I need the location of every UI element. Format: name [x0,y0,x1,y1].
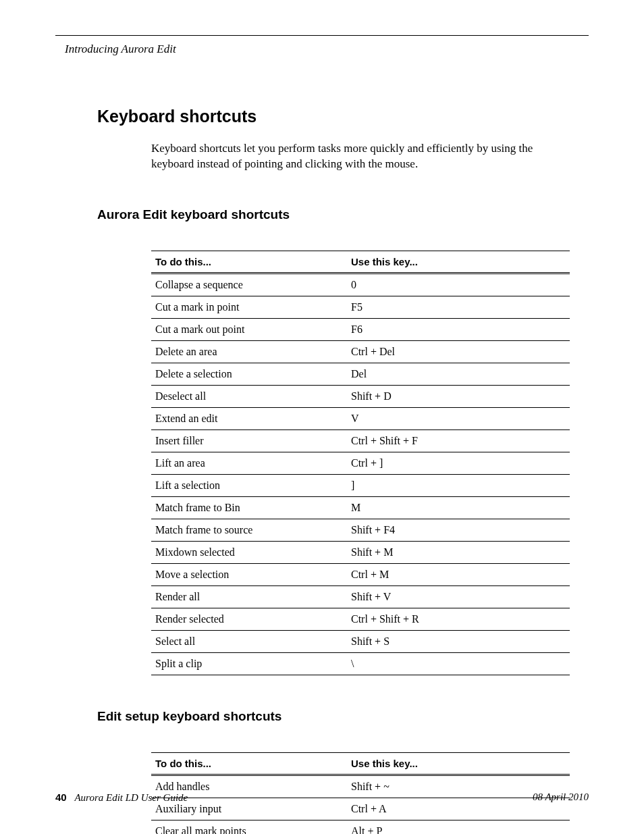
shortcut-key: Ctrl + ] [347,452,570,474]
table-row: Delete an areaCtrl + Del [151,340,570,363]
shortcut-key: Ctrl + M [347,563,570,585]
shortcut-action: Lift an area [151,452,347,474]
shortcut-action: Cut a mark out point [151,318,347,340]
table-row: Move a selectionCtrl + M [151,563,570,585]
shortcut-action: Select all [151,630,347,652]
table-row: Match frame to sourceShift + F4 [151,519,570,541]
table1-header-action: To do this... [151,251,347,272]
shortcut-key: F5 [347,296,570,318]
shortcut-action: Mixdown selected [151,541,347,563]
shortcut-key: Ctrl + Shift + R [347,608,570,630]
shortcut-key: V [347,407,570,429]
shortcut-action: Render selected [151,608,347,630]
table-row: Delete a selectionDel [151,363,570,385]
shortcut-action: Deselect all [151,385,347,407]
shortcut-action: Render all [151,585,347,608]
shortcut-action: Collapse a sequence [151,273,347,296]
shortcut-action: Match frame to Bin [151,496,347,519]
table-row: Clear all mark pointsAlt + P [151,820,570,834]
shortcut-key: Shift + V [347,585,570,608]
shortcut-action: Extend an edit [151,407,347,429]
shortcut-key: Shift + D [347,385,570,407]
table-row: Cut a mark out pointF6 [151,318,570,340]
shortcut-key: M [347,496,570,519]
top-rule [55,35,589,36]
table1-header-key: Use this key... [347,251,570,272]
table-row: Deselect allShift + D [151,385,570,407]
shortcut-key: 0 [347,273,570,296]
shortcut-action: Split a clip [151,652,347,675]
table-row: Cut a mark in pointF5 [151,296,570,318]
shortcut-key: ] [347,474,570,496]
table-row: Lift an areaCtrl + ] [151,452,570,474]
shortcut-action: Delete an area [151,340,347,363]
shortcut-action: Move a selection [151,563,347,585]
intro-paragraph: Keyboard shortcuts let you perform tasks… [151,141,562,172]
table-row: Match frame to BinM [151,496,570,519]
table-row: Insert fillerCtrl + Shift + F [151,429,570,452]
shortcut-key: Shift + F4 [347,519,570,541]
table-row: Split a clip\ [151,652,570,675]
shortcut-action: Cut a mark in point [151,296,347,318]
page-footer: 40 Aurora Edit LD User Guide 08 April 20… [55,791,589,804]
table-row: Lift a selection] [151,474,570,496]
shortcut-key: \ [347,652,570,675]
shortcut-action: Match frame to source [151,519,347,541]
section1-heading: Aurora Edit keyboard shortcuts [97,207,589,222]
table2-header-action: To do this... [151,752,347,774]
table-row: Render allShift + V [151,585,570,608]
shortcut-action: Clear all mark points [151,820,347,834]
page-title: Keyboard shortcuts [97,107,589,126]
footer-date: 08 April 2010 [533,791,589,804]
shortcut-key: Ctrl + Del [347,340,570,363]
page-number: 40 [55,791,67,803]
shortcut-action: Lift a selection [151,474,347,496]
table-row: Render selectedCtrl + Shift + R [151,608,570,630]
table-row: Mixdown selectedShift + M [151,541,570,563]
shortcut-key: F6 [347,318,570,340]
guide-title: Aurora Edit LD User Guide [74,792,188,803]
shortcut-action: Insert filler [151,429,347,452]
shortcut-key: Alt + P [347,820,570,834]
section2-heading: Edit setup keyboard shortcuts [97,709,589,724]
shortcut-action: Delete a selection [151,363,347,385]
shortcut-key: Shift + M [347,541,570,563]
running-head: Introducing Aurora Edit [65,43,589,56]
table2-header-key: Use this key... [347,752,570,774]
shortcut-key: Del [347,363,570,385]
shortcut-key: Shift + S [347,630,570,652]
shortcuts-table-1: To do this... Use this key... Collapse a… [151,251,570,675]
table-row: Extend an editV [151,407,570,429]
shortcut-key: Ctrl + Shift + F [347,429,570,452]
table-row: Collapse a sequence0 [151,273,570,296]
table-row: Select allShift + S [151,630,570,652]
